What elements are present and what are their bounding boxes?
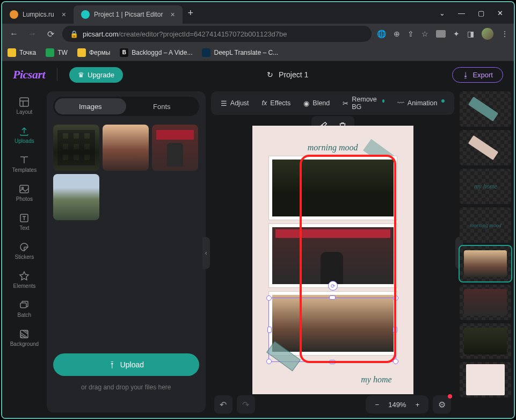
canvas-text-bottom[interactable]: my home <box>361 375 391 385</box>
blend-button[interactable]: ◉Blend <box>298 96 335 111</box>
star-icon[interactable]: ☆ <box>421 30 428 38</box>
project-title[interactable]: ↻ Project 1 <box>267 70 308 79</box>
browser-tab[interactable]: Lumpics.ru × <box>2 5 74 24</box>
zoom-icon[interactable]: ⊕ <box>394 30 400 38</box>
canvas-image[interactable] <box>268 156 397 220</box>
book-icon <box>19 155 30 165</box>
adjust-button[interactable]: ☰Adjust <box>215 96 255 111</box>
close-icon[interactable]: × <box>170 10 175 19</box>
layer-item[interactable] <box>460 285 511 320</box>
badge-dot <box>441 99 445 103</box>
close-icon[interactable]: × <box>62 10 66 19</box>
layer-item[interactable] <box>460 323 511 359</box>
sidepanel-icon[interactable]: ◨ <box>467 30 474 38</box>
profile-avatar[interactable] <box>482 28 493 40</box>
rail-uploads[interactable]: Uploads <box>5 122 43 147</box>
uploads-panel: Images Fonts ⭱ Upload or drag and drop y… <box>47 91 206 412</box>
bookmark-item[interactable]: Точка <box>8 48 36 57</box>
chevron-down-icon[interactable]: ⌄ <box>439 9 445 17</box>
layers-panel: my home morning mood <box>457 88 514 418</box>
artboard[interactable]: morning mood ⟳ <box>252 126 413 394</box>
bookmark-item[interactable]: BBackloggd – A Vide... <box>120 48 192 57</box>
rail-templates[interactable]: Templates <box>5 151 43 176</box>
rail-stickers[interactable]: Stickers <box>5 238 43 263</box>
minimize-button[interactable]: — <box>458 9 465 17</box>
layer-item[interactable] <box>460 91 511 127</box>
upload-thumbnail[interactable] <box>152 125 198 171</box>
seg-fonts[interactable]: Fonts <box>126 98 198 114</box>
upload-thumbnail[interactable] <box>53 125 99 171</box>
zoom-control: − 149% + <box>366 395 428 414</box>
rail-elements[interactable]: Elements <box>5 267 43 292</box>
back-button[interactable]: ← <box>8 27 20 40</box>
url-host: picsart.com <box>83 30 118 38</box>
picsart-logo[interactable]: Picsart <box>13 68 45 82</box>
canvas-text-top[interactable]: morning mood <box>308 143 358 153</box>
resize-handle[interactable] <box>393 327 397 333</box>
rail-photos[interactable]: Photos <box>5 180 43 205</box>
upload-thumbnail[interactable] <box>53 174 99 220</box>
download-icon: ⭳ <box>462 71 469 79</box>
redo-button[interactable]: ↷ <box>237 395 255 414</box>
image-icon <box>19 184 30 194</box>
background-icon <box>19 329 30 339</box>
canvas-image[interactable] <box>268 223 397 288</box>
effects-button[interactable]: fxEffects <box>257 96 296 110</box>
upgrade-button[interactable]: ♛ Upgrade <box>69 67 123 83</box>
resize-corner[interactable] <box>266 295 272 301</box>
rotate-handle[interactable]: ⟳ <box>328 281 338 291</box>
animation-button[interactable]: 〰Animation <box>392 96 450 110</box>
address-bar[interactable]: 🔒 picsart.com/create/editor?projectId=64… <box>62 26 372 42</box>
zoom-out-button[interactable]: − <box>370 397 384 411</box>
layer-item[interactable] <box>460 130 511 165</box>
bookmarks-bar: Точка TW Фермы BBackloggd – A Vide... De… <box>2 44 514 61</box>
undo-button[interactable]: ↶ <box>214 395 232 414</box>
resize-handle[interactable] <box>329 295 336 300</box>
resize-corner[interactable] <box>393 295 398 301</box>
bookmark-item[interactable]: DeepL Translate – С... <box>202 48 278 57</box>
resize-handle[interactable] <box>329 360 336 364</box>
fx-icon: fx <box>262 99 267 107</box>
share-icon[interactable]: ⇪ <box>408 30 414 38</box>
resize-corner[interactable] <box>266 359 272 364</box>
puzzle-icon[interactable]: ✦ <box>453 30 460 38</box>
bookmark-item[interactable]: Фермы <box>77 48 110 57</box>
settings-button[interactable]: ⚙ <box>433 395 451 414</box>
rail-background[interactable]: Background <box>5 325 43 350</box>
removebg-button[interactable]: ✂Remove BG <box>337 92 390 114</box>
svg-rect-3 <box>20 185 28 193</box>
zoom-in-button[interactable]: + <box>410 397 424 411</box>
canvas-toolbar: ☰Adjust fxEffects ◉Blend ✂Remove BG 〰Ani… <box>211 91 455 115</box>
layer-item[interactable] <box>460 246 511 281</box>
crown-icon: ♛ <box>78 71 84 79</box>
star-icon <box>19 271 30 281</box>
batch-icon <box>19 300 30 310</box>
forward-button[interactable]: → <box>26 27 39 40</box>
close-button[interactable]: ✕ <box>497 9 503 17</box>
reload-button[interactable]: ⟳ <box>44 27 57 40</box>
zoom-value[interactable]: 149% <box>385 401 409 409</box>
seg-images[interactable]: Images <box>55 98 126 114</box>
resize-corner[interactable] <box>393 359 398 364</box>
layer-item[interactable]: my home <box>460 169 511 204</box>
extension-icon[interactable] <box>436 30 446 38</box>
favicon-icon <box>81 10 90 19</box>
left-rail: Layout Uploads Templates Photos Text Sti… <box>2 88 47 418</box>
export-button[interactable]: ⭳ Export <box>452 67 503 83</box>
bookmark-item[interactable]: TW <box>46 48 68 57</box>
rail-layout[interactable]: Layout <box>5 93 43 118</box>
new-tab-button[interactable]: + <box>183 8 199 19</box>
layer-item[interactable]: morning mood <box>460 207 511 243</box>
layout-icon <box>19 97 30 107</box>
text-icon <box>19 213 30 223</box>
upload-thumbnail[interactable] <box>103 125 149 171</box>
upload-button[interactable]: ⭱ Upload <box>53 353 199 376</box>
browser-tab[interactable]: Project 1 | Picsart Editor × <box>74 5 183 24</box>
maximize-button[interactable]: ▢ <box>478 9 484 17</box>
resize-handle[interactable] <box>267 327 272 333</box>
rail-text[interactable]: Text <box>5 209 43 234</box>
menu-icon[interactable]: ⋮ <box>501 30 508 38</box>
rail-batch[interactable]: Batch <box>5 296 43 321</box>
layer-item[interactable] <box>460 362 511 397</box>
translate-icon[interactable]: 🌐 <box>377 30 386 38</box>
